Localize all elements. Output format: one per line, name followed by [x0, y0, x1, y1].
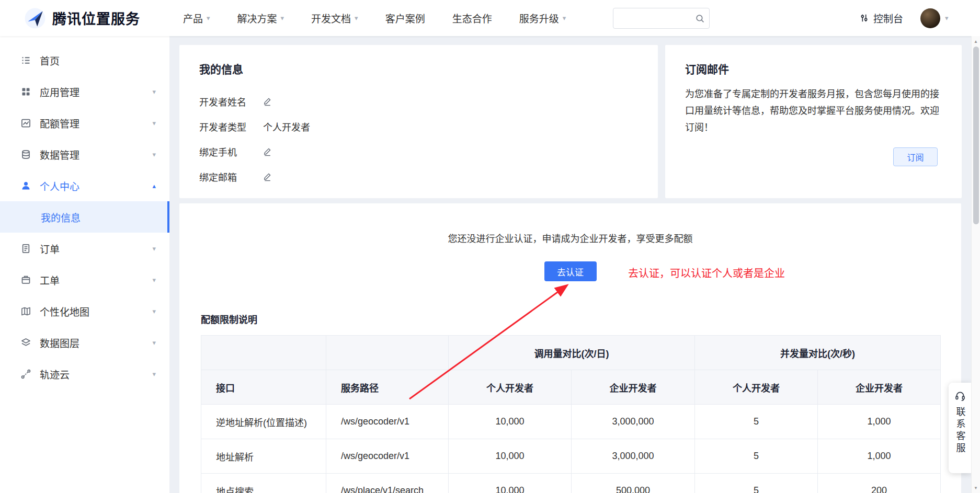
scrollbar-thumb[interactable] — [973, 47, 979, 224]
nav-item-label: 解决方案 — [237, 11, 277, 25]
field-value: 个人开发者 — [263, 120, 310, 133]
path-cell: /ws/geocoder/v1 — [326, 405, 449, 439]
sidebar-subitem-label: 我的信息 — [41, 210, 81, 224]
sidebar-item-label: 工单 — [40, 273, 152, 287]
chevron-down-icon: ▾ — [152, 245, 156, 252]
chevron-down-icon: ▾ — [152, 151, 156, 158]
subscribe-title: 订阅邮件 — [685, 61, 942, 76]
quota-table: 调用量对比(次/日) 并发量对比(次/秒) 接口 服务路径 个人开发者 企业开发… — [201, 335, 941, 493]
main-content: 我的信息 开发者姓名 开发者类型 个人开发者 绑定手机 绑定邮箱 — [169, 36, 980, 493]
layers-icon — [20, 337, 31, 348]
chevron-down-icon: ▾ — [152, 339, 156, 346]
user-menu[interactable]: ▾ — [920, 0, 949, 36]
sidebar-item-track-cloud[interactable]: 轨迹云 ▾ — [0, 358, 169, 389]
personal-qps-cell: 5 — [695, 474, 818, 493]
scroll-down-arrow[interactable]: ▼ — [972, 484, 980, 492]
sidebar-item-tickets[interactable]: 工单 ▾ — [0, 264, 169, 295]
enterprise-calls-cell: 3,000,000 — [572, 439, 695, 474]
sidebar: 首页 应用管理 ▾ 配额管理 ▾ 数据管理 ▾ — [0, 36, 169, 493]
sidebar-item-label: 应用管理 — [40, 85, 152, 99]
scroll-up-arrow[interactable]: ▲ — [972, 37, 980, 45]
field-label: 开发者姓名 — [199, 95, 263, 108]
sidebar-item-label: 首页 — [40, 53, 156, 67]
nav-item-solutions[interactable]: 解决方案 ▾ — [237, 11, 284, 25]
contact-support-tab[interactable]: 联系客服 — [949, 383, 971, 473]
api-cell: 地址解析 — [201, 439, 326, 474]
field-bound-phone: 绑定手机 — [199, 139, 638, 164]
compass-logo-icon — [24, 7, 46, 29]
sidebar-item-data-layers[interactable]: 数据图层 ▾ — [0, 327, 169, 358]
chevron-down-icon: ▾ — [281, 15, 284, 21]
sidebar-item-quota[interactable]: 配额管理 ▾ — [0, 107, 169, 139]
sidebar-item-label: 订单 — [40, 242, 152, 256]
scrollbar: ▲ ▼ — [971, 36, 980, 493]
sidebar-item-my-info[interactable]: 我的信息 — [0, 201, 169, 233]
brand-name: 腾讯位置服务 — [52, 8, 140, 28]
search-box — [613, 8, 710, 29]
column-header: 个人开发者 — [449, 370, 572, 405]
table-row: 地址解析 /ws/geocoder/v1 10,000 3,000,000 5 … — [201, 439, 941, 474]
group-header-concurrency: 并发量对比(次/秒) — [695, 336, 941, 370]
edit-pencil-icon[interactable] — [263, 172, 272, 181]
personal-calls-cell: 10,000 — [449, 474, 572, 493]
nav-item-cases[interactable]: 客户案例 — [385, 11, 425, 25]
chevron-down-icon: ▾ — [355, 15, 358, 21]
subscribe-body: 为您准备了专属定制的开发者服务月报，包含您每月使用的接口用量统计等信息，帮助您及… — [685, 86, 942, 136]
order-file-icon — [20, 243, 31, 254]
apps-grid-icon — [20, 86, 31, 97]
user-icon — [20, 180, 31, 191]
chevron-down-icon: ▾ — [152, 308, 156, 315]
certification-card: 您还没进行企业认证，申请成为企业开发者，享受更多配额 去认证 去认证，可以认证个… — [179, 203, 961, 493]
sidebar-item-orders[interactable]: 订单 ▾ — [0, 233, 169, 264]
personal-calls-cell: 10,000 — [449, 439, 572, 474]
path-cell: /ws/geocoder/v1 — [326, 439, 449, 474]
quota-section-title: 配额限制说明 — [201, 312, 257, 326]
sidebar-item-apps[interactable]: 应用管理 ▾ — [0, 76, 169, 107]
brand[interactable]: 腾讯位置服务 — [24, 0, 140, 36]
quota-chart-icon — [20, 118, 31, 129]
table-row: 逆地址解析(位置描述) /ws/geocoder/v1 10,000 3,000… — [201, 405, 941, 439]
edit-pencil-icon[interactable] — [263, 147, 272, 156]
sidebar-item-label: 轨迹云 — [40, 367, 152, 381]
nav-item-label: 服务升级 — [519, 11, 559, 25]
column-header: 接口 — [201, 370, 326, 405]
sidebar-item-label: 配额管理 — [40, 116, 152, 130]
enterprise-calls-cell: 500,000 — [572, 474, 695, 493]
chevron-down-icon: ▾ — [152, 88, 156, 95]
enterprise-qps-cell: 1,000 — [818, 439, 941, 474]
subscribe-button[interactable]: 订阅 — [893, 147, 938, 166]
top-navbar: 腾讯位置服务 产品 ▾ 解决方案 ▾ 开发文档 ▾ 客户案例 生态合作 服务升级… — [0, 0, 980, 36]
enterprise-qps-cell: 200 — [818, 474, 941, 493]
console-link[interactable]: 控制台 — [859, 0, 903, 36]
sidebar-item-label: 数据图层 — [40, 336, 152, 350]
avatar[interactable] — [920, 8, 940, 28]
column-header: 服务路径 — [326, 370, 449, 405]
nav-item-docs[interactable]: 开发文档 ▾ — [311, 11, 358, 25]
field-label: 开发者类型 — [199, 120, 263, 133]
sidebar-item-custom-map[interactable]: 个性化地图 ▾ — [0, 295, 169, 327]
nav-item-label: 客户案例 — [385, 11, 425, 25]
chevron-down-icon: ▾ — [945, 15, 949, 21]
sidebar-item-data[interactable]: 数据管理 ▾ — [0, 139, 169, 170]
edit-pencil-icon[interactable] — [263, 97, 272, 106]
personal-qps-cell: 5 — [695, 405, 818, 439]
nav-item-products[interactable]: 产品 ▾ — [183, 11, 210, 25]
sidebar-item-home[interactable]: 首页 — [0, 44, 169, 76]
map-icon — [20, 306, 31, 317]
main-nav: 产品 ▾ 解决方案 ▾ 开发文档 ▾ 客户案例 生态合作 服务升级 ▾ — [183, 0, 566, 36]
nav-item-upgrade[interactable]: 服务升级 ▾ — [519, 11, 566, 25]
go-certify-button[interactable]: 去认证 — [544, 261, 597, 281]
path-cell: /ws/place/v1/search — [326, 474, 449, 493]
search-input[interactable] — [613, 8, 690, 28]
console-sliders-icon — [859, 13, 869, 23]
field-label: 绑定邮箱 — [199, 170, 263, 184]
api-cell: 地点搜索 — [201, 474, 326, 493]
sidebar-item-label: 个性化地图 — [40, 304, 152, 318]
nav-item-ecosystem[interactable]: 生态合作 — [452, 11, 492, 25]
empty-header-cell — [201, 336, 326, 370]
chevron-up-icon: ▴ — [152, 182, 156, 189]
chevron-down-icon: ▾ — [152, 277, 156, 283]
sidebar-item-personal-center[interactable]: 个人中心 ▴ — [0, 170, 169, 201]
search-icon[interactable] — [690, 14, 709, 24]
console-label: 控制台 — [873, 11, 903, 25]
